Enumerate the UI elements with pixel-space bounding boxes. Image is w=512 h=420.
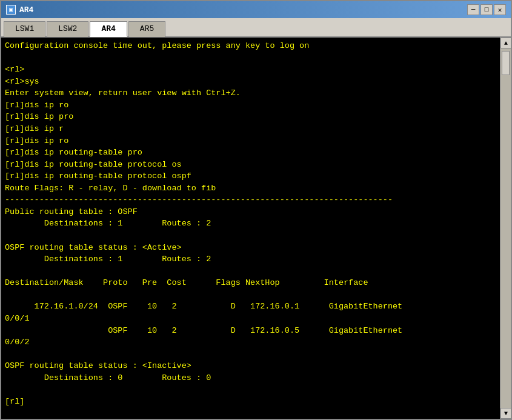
main-window: ▣ AR4 ─ □ ✕ LSW1 LSW2 AR4 AR5 Configurat… bbox=[0, 0, 512, 420]
title-bar-text: ▣ AR4 bbox=[6, 5, 467, 15]
scroll-down-button[interactable]: ▼ bbox=[500, 408, 511, 419]
scrollbar: ▲ ▼ bbox=[500, 38, 511, 419]
minimize-button[interactable]: ─ bbox=[467, 4, 479, 15]
tab-bar: LSW1 LSW2 AR4 AR5 bbox=[1, 18, 511, 38]
close-button[interactable]: ✕ bbox=[494, 4, 506, 15]
window-title: AR4 bbox=[19, 5, 33, 15]
tab-lsw2[interactable]: LSW2 bbox=[47, 21, 88, 37]
tab-ar5[interactable]: AR5 bbox=[128, 21, 165, 37]
title-bar: ▣ AR4 ─ □ ✕ bbox=[1, 1, 511, 18]
scroll-track bbox=[500, 48, 511, 408]
terminal-output[interactable]: Configuration console time out, please p… bbox=[1, 38, 500, 419]
content-area: Configuration console time out, please p… bbox=[1, 38, 511, 419]
restore-button[interactable]: □ bbox=[480, 4, 493, 15]
tab-lsw1[interactable]: LSW1 bbox=[4, 21, 45, 37]
window-icon: ▣ bbox=[6, 5, 16, 15]
scroll-up-button[interactable]: ▲ bbox=[500, 38, 511, 48]
tab-ar4[interactable]: AR4 bbox=[90, 21, 127, 37]
title-controls: ─ □ ✕ bbox=[467, 4, 506, 15]
scroll-thumb[interactable] bbox=[502, 51, 510, 75]
